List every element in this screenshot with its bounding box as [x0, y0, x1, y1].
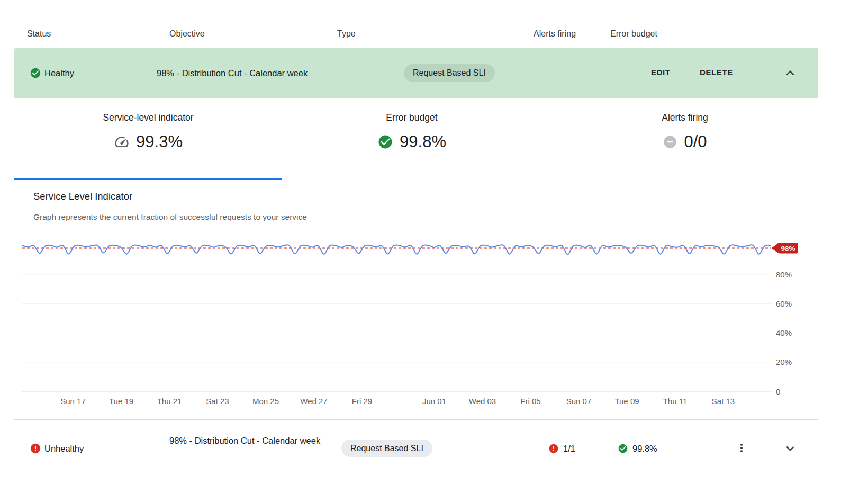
slo-list-page: Status Objective Type Alerts firing Erro…: [0, 0, 868, 502]
x-tick-label: Mon 25: [252, 397, 279, 406]
check-circle-icon: [377, 134, 393, 150]
slo-row-healthy[interactable]: Healthy 98% - Distribution Cut - Calenda…: [14, 48, 818, 98]
x-tick-label: Tue 19: [109, 397, 133, 406]
type-chip: Request Based SLI: [341, 440, 432, 457]
type-chip: Request Based SLI: [404, 64, 495, 82]
x-tick-label: Jun 01: [422, 397, 446, 406]
x-tick-label: Fri 29: [352, 397, 372, 406]
alerts-metric-value-row: 0/0: [590, 132, 780, 151]
metric-alerts-firing: Alerts firing 0/0: [590, 112, 780, 151]
chart-subtitle: Graph represents the current fraction of…: [33, 212, 307, 222]
sli-chart: 100%80%60%40%20%0Sun 17Tue 19Thu 21Sat 2…: [22, 232, 802, 409]
row-overflow-menu-button[interactable]: [735, 442, 748, 454]
chevron-down-icon: [782, 450, 798, 458]
y-tick-label: 60%: [776, 299, 792, 308]
threshold-badge-arrow: [771, 244, 778, 253]
error-budget-metric-label: Error budget: [317, 112, 507, 123]
sli-line: [22, 245, 771, 254]
sli-metric-value: 99.3%: [136, 132, 183, 151]
unhealthy-status-label: Unhealthy: [44, 443, 84, 454]
unhealthy-objective-text: 98% - Distribution Cut - Calendar week: [169, 433, 324, 449]
unhealthy-error-icon: [30, 443, 41, 454]
y-tick-label: 40%: [776, 328, 792, 337]
column-header-status: Status: [27, 29, 51, 39]
x-tick-label: Sat 23: [206, 397, 229, 406]
healthy-check-circle-icon: [30, 67, 41, 79]
expand-row-button[interactable]: [782, 441, 798, 456]
sli-chart-svg: 100%80%60%40%20%0Sun 17Tue 19Thu 21Sat 2…: [22, 232, 802, 409]
type-chip-label: Request Based SLI: [413, 68, 486, 78]
alerts-metric-value: 0/0: [684, 132, 707, 151]
column-header-error-budget: Error budget: [610, 29, 657, 39]
x-tick-label: Thu 11: [663, 397, 688, 406]
active-tab-indicator[interactable]: [14, 178, 282, 180]
edit-button[interactable]: EDIT: [651, 67, 671, 78]
more-vert-icon: [735, 448, 748, 456]
x-tick-label: Wed 27: [300, 397, 327, 406]
healthy-status-label: Healthy: [44, 67, 74, 79]
column-header-alerts-firing: Alerts firing: [534, 29, 576, 39]
alerts-metric-label: Alerts firing: [590, 112, 780, 123]
threshold-badge-label: 98%: [781, 245, 795, 253]
delete-button[interactable]: DELETE: [700, 67, 733, 78]
x-tick-label: Wed 03: [469, 397, 496, 406]
sli-metric-value-row: 99.3%: [53, 132, 243, 151]
error-budget-metric-value: 99.8%: [400, 132, 446, 151]
column-header-type: Type: [337, 29, 356, 39]
column-header-objective: Objective: [169, 29, 205, 39]
y-tick-label: 0: [776, 387, 780, 396]
x-tick-label: Fri 05: [520, 397, 540, 406]
x-tick-label: Tue 09: [614, 397, 639, 406]
collapse-row-button[interactable]: [782, 65, 798, 81]
error-budget-metric-value-row: 99.8%: [317, 132, 507, 151]
y-tick-label: 20%: [776, 357, 792, 366]
healthy-objective-text: 98% - Distribution Cut - Calendar week: [157, 67, 308, 79]
bottom-divider: [14, 477, 818, 477]
chart-title: Service Level Indicator: [33, 191, 132, 202]
error-budget-check-icon: [618, 443, 628, 454]
error-budget-value: 99.8%: [632, 443, 657, 454]
alert-error-icon: [548, 443, 559, 454]
x-tick-label: Sun 17: [60, 397, 86, 406]
x-tick-label: Sun 07: [566, 397, 592, 406]
y-tick-label: 80%: [776, 270, 792, 279]
x-tick-label: Thu 21: [157, 397, 182, 406]
x-tick-label: Sat 13: [712, 397, 735, 406]
sli-metric-label: Service-level indicator: [53, 112, 243, 123]
type-chip-label: Request Based SLI: [350, 444, 423, 453]
slo-row-unhealthy[interactable]: Unhealthy 98% - Distribution Cut - Calen…: [14, 420, 818, 477]
chevron-up-icon: [782, 75, 798, 83]
alerts-firing-count: 1/1: [563, 443, 575, 454]
metric-error-budget: Error budget 99.8%: [317, 112, 507, 151]
do-not-disturb-icon: [663, 135, 677, 149]
metric-service-level-indicator: Service-level indicator 99.3%: [53, 112, 243, 151]
gauge-icon: [114, 134, 130, 150]
